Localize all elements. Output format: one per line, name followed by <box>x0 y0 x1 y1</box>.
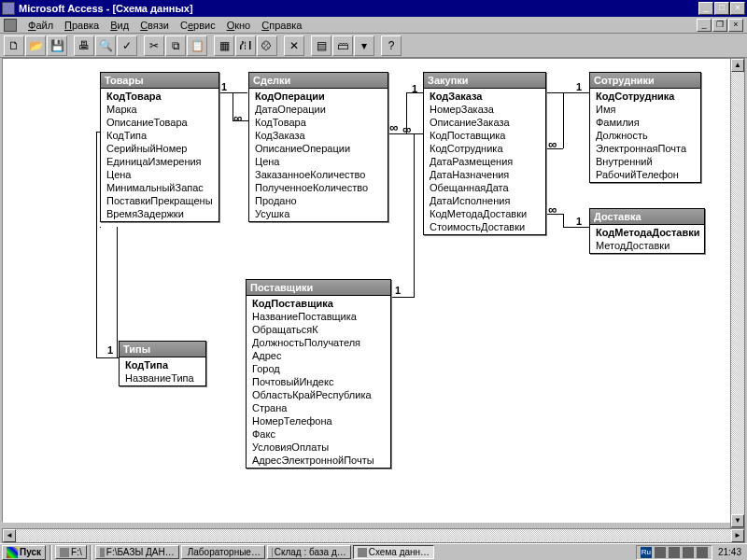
rel-tipy-tovary-line[interactable] <box>117 227 118 357</box>
table-field[interactable]: ВремяЗадержки <box>101 207 218 220</box>
tray-icon[interactable] <box>697 547 708 558</box>
taskbar-task[interactable]: F:\ <box>55 545 87 559</box>
table-field[interactable]: МинимальныйЗапас <box>101 181 218 194</box>
table-field[interactable]: КодМетодаДоставки <box>424 207 545 220</box>
scroll-right-button[interactable]: ► <box>731 529 744 542</box>
scroll-track[interactable] <box>16 529 731 542</box>
table-field[interactable]: КодТипа <box>101 129 218 142</box>
table-field[interactable]: НомерТелефона <box>247 414 390 427</box>
maximize-button[interactable]: □ <box>714 2 729 15</box>
vertical-scrollbar[interactable]: ▲ ▼ <box>730 58 745 528</box>
table-field[interactable]: КодПоставщика <box>247 297 390 310</box>
print-icon[interactable]: 🖶 <box>74 35 94 56</box>
table-tipy[interactable]: ТипыКодТипаНазваниеТипа <box>119 341 206 386</box>
preview-icon[interactable]: 🔍 <box>95 35 116 56</box>
rel-postav-zakupki-line[interactable] <box>414 133 415 298</box>
delete-icon[interactable]: ✕ <box>284 35 304 56</box>
table-field[interactable]: АдресЭлектроннойПочты <box>247 454 390 467</box>
table-field[interactable]: ПоставкиПрекращены <box>101 194 218 207</box>
menu-view[interactable]: Вид <box>105 19 134 32</box>
table-field[interactable]: ОбращатьсяК <box>247 323 390 336</box>
table-field[interactable]: СтоимостьДоставки <box>424 220 545 233</box>
table-field[interactable]: УсловияОплаты <box>247 441 390 454</box>
tray-icon[interactable] <box>655 547 666 558</box>
open-icon[interactable]: 📂 <box>25 35 46 56</box>
table-field[interactable]: КодОперации <box>249 90 388 103</box>
table-dostavka[interactable]: ДоставкаКодМетодаДоставкиМетодДоставки <box>589 208 705 254</box>
table-field[interactable]: ОписаниеОперации <box>249 142 388 155</box>
table-header[interactable]: Доставка <box>590 209 704 225</box>
table-header[interactable]: Сделки <box>249 73 388 89</box>
table-field[interactable]: Внутренний <box>590 155 700 168</box>
table-field[interactable]: КодПоставщика <box>424 129 545 142</box>
table-field[interactable]: ДатаНазначения <box>424 168 545 181</box>
table-field[interactable]: ОписаниеТовара <box>101 116 218 129</box>
paste-icon[interactable]: 📋 <box>187 35 207 56</box>
table-field[interactable]: КодЗаказа <box>424 90 545 103</box>
rel-zakupki-sotrudniki-line[interactable] <box>563 92 564 148</box>
table-field[interactable]: КодТипа <box>120 358 205 371</box>
table-field[interactable]: ПолученноеКоличество <box>249 181 388 194</box>
table-field[interactable]: Факс <box>247 427 390 441</box>
rel-tipy-tovary-line[interactable] <box>96 132 97 357</box>
table-field[interactable]: РабочийТелефон <box>590 168 700 181</box>
table-field[interactable]: КодТовара <box>101 90 218 103</box>
rel-postav-zakupki-line[interactable] <box>391 297 414 298</box>
table-field[interactable]: Усушка <box>249 207 388 220</box>
scroll-track[interactable] <box>731 72 744 514</box>
table-postavshchiki[interactable]: ПоставщикиКодПоставщикаНазваниеПоставщик… <box>246 279 391 469</box>
table-header[interactable]: Сотрудники <box>590 73 700 89</box>
copy-icon[interactable]: ⧉ <box>165 35 186 56</box>
tray-icon[interactable] <box>683 547 694 558</box>
table-field[interactable]: Марка <box>101 103 218 116</box>
new-icon[interactable]: 🗋 <box>4 35 24 56</box>
taskbar-task[interactable]: F:\БАЗЫ ДАН… <box>95 545 179 559</box>
taskbar-task[interactable]: Лабораторные… <box>181 545 265 559</box>
table-field[interactable]: ДолжностьПолучателя <box>247 336 390 349</box>
table-field[interactable]: НазваниеПоставщика <box>247 310 390 323</box>
props-icon[interactable]: ▤ <box>311 35 331 56</box>
close-button[interactable]: × <box>730 2 745 15</box>
table-field[interactable]: ОбластьКрайРеспублика <box>247 388 390 401</box>
menu-service[interactable]: Сервис <box>175 19 221 32</box>
table-sdelki[interactable]: СделкиКодОперацииДатаОперацииКодТовараКо… <box>248 72 388 222</box>
db-icon[interactable]: 🗃 <box>332 35 353 56</box>
table-field[interactable]: КодТовара <box>249 116 388 129</box>
rel-tipy-tovary-line[interactable] <box>100 227 101 228</box>
table-field[interactable]: Должность <box>590 129 700 142</box>
table-field[interactable]: КодСотрудника <box>424 142 545 155</box>
table-field[interactable]: ЗаказанноеКоличество <box>249 168 388 181</box>
table-header[interactable]: Товары <box>101 73 218 89</box>
mdi-close-button[interactable]: × <box>728 19 743 32</box>
rel-tipy-tovary-line[interactable] <box>96 357 119 358</box>
mdi-restore-button[interactable]: ❐ <box>712 19 727 32</box>
mdi-child-icon[interactable] <box>4 19 17 32</box>
menu-help[interactable]: Справка <box>256 19 307 32</box>
tray-volume-icon[interactable] <box>669 547 680 558</box>
taskbar-clock[interactable]: 21:43 <box>712 546 747 558</box>
save-icon[interactable]: 💾 <box>47 35 67 56</box>
table-field[interactable]: КодЗаказа <box>249 129 388 142</box>
mdi-minimize-button[interactable]: _ <box>697 19 712 32</box>
table-field[interactable]: ДатаОперации <box>249 103 388 116</box>
direct-rel-icon[interactable]: ⛙ <box>235 35 256 56</box>
table-field[interactable]: Цена <box>249 155 388 168</box>
relationships-canvas[interactable]: 1 ∞ 1 ∞ ∞ 1 1 ∞ ∞ 1 1 ∞ ТоварыКодТовараМ… <box>2 58 745 523</box>
table-field[interactable]: Фамилия <box>590 116 700 129</box>
menu-window[interactable]: Окно <box>221 19 257 32</box>
table-field[interactable]: Продано <box>249 194 388 207</box>
table-header[interactable]: Типы <box>120 342 205 357</box>
table-field[interactable]: НазваниеТипа <box>120 371 205 385</box>
table-field[interactable]: Адрес <box>247 349 390 362</box>
cut-icon[interactable]: ✂ <box>144 35 164 56</box>
table-field[interactable]: Имя <box>590 103 700 116</box>
help-icon[interactable]: ? <box>381 35 402 56</box>
table-field[interactable]: МетодДоставки <box>590 239 704 252</box>
table-field[interactable]: Город <box>247 362 390 375</box>
table-field[interactable]: ОбещаннаяДата <box>424 181 545 194</box>
spell-icon[interactable]: ✓ <box>117 35 137 56</box>
table-header[interactable]: Закупки <box>424 73 545 89</box>
table-zakupki[interactable]: ЗакупкиКодЗаказаНомерЗаказаОписаниеЗаказ… <box>423 72 546 235</box>
table-field[interactable]: ЕдиницаИзмерения <box>101 155 218 168</box>
taskbar-task[interactable]: Склад : база д… <box>267 545 351 559</box>
